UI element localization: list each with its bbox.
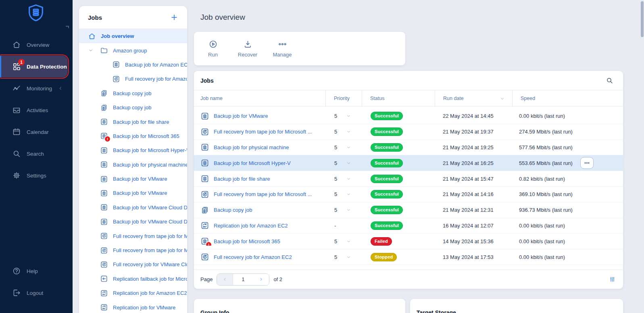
calendar-icon bbox=[12, 127, 21, 136]
sidebar-item[interactable]: Overview bbox=[0, 34, 73, 56]
priority-dropdown-chevron[interactable] bbox=[346, 239, 351, 244]
column-header-run-date[interactable]: Run date bbox=[435, 90, 512, 106]
sidebar-item[interactable]: Search bbox=[0, 143, 73, 165]
sidebar-item[interactable]: Help bbox=[0, 260, 73, 282]
column-settings-icon[interactable] bbox=[609, 276, 616, 283]
tree-item[interactable]: Full recovery from tape job for Microsof… bbox=[79, 243, 187, 257]
tree-item-label: Backup copy job bbox=[113, 104, 151, 111]
job-name-link[interactable]: Backup job for Microsoft 365 bbox=[214, 238, 280, 244]
tree-item[interactable]: Backup job for VMware bbox=[79, 186, 187, 200]
page-number[interactable]: 1 bbox=[233, 274, 253, 285]
job-name-link[interactable]: Replication job for Amazon EC2 bbox=[214, 223, 288, 229]
toolbar-button[interactable]: Recover bbox=[230, 35, 265, 63]
prev-page-button[interactable] bbox=[217, 274, 233, 285]
job-name-link[interactable]: Backup copy job bbox=[214, 207, 252, 213]
sidebar-item[interactable]: Calendar bbox=[0, 121, 73, 143]
tree-item[interactable]: Backup job for VMware Cloud Director bbox=[79, 215, 187, 229]
column-header-job-name[interactable]: Job name bbox=[194, 90, 325, 106]
tree-item[interactable]: Full recovery job for VMware Cloud Direc… bbox=[79, 257, 187, 271]
sidebar-item[interactable]: Activities bbox=[0, 99, 73, 121]
job-name-link[interactable]: Backup job for file share bbox=[214, 176, 270, 182]
status-badge: Failed bbox=[371, 237, 392, 246]
tree-item-label: Backup job for VMware Cloud Director bbox=[113, 204, 187, 211]
toolbar-button[interactable]: Run bbox=[196, 35, 230, 63]
scrollbar-thumb[interactable] bbox=[641, 1, 644, 37]
sidebar-item[interactable]: Logout bbox=[0, 282, 73, 304]
table-row[interactable]: Backup job for Microsoft Hyper-V 5 Succe… bbox=[194, 155, 623, 171]
toolbar-button-label: Manage bbox=[273, 52, 292, 58]
tree-item[interactable]: Backup copy job bbox=[79, 100, 187, 115]
collapse-chevron-icon[interactable] bbox=[58, 86, 63, 91]
recovery-icon bbox=[200, 127, 209, 136]
priority-dropdown-chevron[interactable] bbox=[346, 161, 351, 166]
table-row[interactable]: Backup job for physical machine 5 Succes… bbox=[194, 140, 623, 156]
table-row[interactable]: Full recovery from tape job for Microsof… bbox=[194, 187, 623, 202]
tree-item[interactable]: Full recovery from tape job for Microsof… bbox=[79, 229, 187, 243]
tree-item[interactable]: ! Backup job for Microsoft 365 bbox=[79, 129, 187, 143]
priority-value: - bbox=[334, 223, 336, 229]
tree-item[interactable]: Backup job for VMware bbox=[79, 172, 187, 186]
backup-icon bbox=[200, 159, 209, 167]
tree-item[interactable]: Backup job for Microsoft Hyper-V bbox=[79, 143, 187, 157]
table-row[interactable]: Replication job for Amazon EC2 - Success… bbox=[194, 218, 623, 234]
target-storage-card: Target Storage bbox=[410, 299, 623, 313]
toolbar-button-label: Recover bbox=[238, 52, 257, 58]
tree-item[interactable]: Backup job for Amazon EC2 bbox=[79, 58, 187, 72]
tree-item[interactable]: Backup copy job bbox=[79, 86, 187, 100]
sort-chevron-icon[interactable] bbox=[500, 96, 505, 101]
table-row[interactable]: Backup job for VMware 5 Successful 22 Ma… bbox=[194, 109, 623, 124]
tree-item[interactable]: Replication job for Amazon EC2 bbox=[79, 286, 187, 300]
priority-dropdown-chevron[interactable] bbox=[346, 192, 351, 197]
priority-dropdown-chevron[interactable] bbox=[346, 207, 351, 213]
add-job-button[interactable] bbox=[170, 13, 178, 21]
sidebar-item-label: Data Protection bbox=[27, 64, 67, 70]
table-row[interactable]: Full recovery job for Amazon EC2 5 Stopp… bbox=[194, 249, 623, 265]
tree-item[interactable]: Replication job for VMware bbox=[79, 300, 187, 313]
tree-item[interactable]: Job overview bbox=[79, 29, 187, 43]
column-header-status[interactable]: Status bbox=[362, 90, 435, 106]
tree-item[interactable]: Full recovery job for Amazon EC2 bbox=[79, 72, 187, 86]
table-column-headers: Job name Priority Status Run date Speed bbox=[194, 90, 623, 106]
expand-chevron-icon[interactable] bbox=[88, 48, 94, 53]
status-badge: Successful bbox=[371, 221, 403, 230]
priority-dropdown-chevron[interactable] bbox=[346, 113, 351, 119]
table-row[interactable]: Backup copy job 5 Successful 21 May 2024… bbox=[194, 202, 623, 218]
backup-icon bbox=[100, 118, 108, 126]
job-name-link[interactable]: Backup job for Microsoft Hyper-V bbox=[214, 160, 291, 166]
replication-icon bbox=[100, 289, 108, 297]
sidebar-item[interactable]: Settings bbox=[0, 165, 73, 186]
job-name-link[interactable]: Full recovery from tape job for Microsof… bbox=[214, 191, 312, 197]
tree-item[interactable]: Backup job for physical machine bbox=[79, 158, 187, 172]
table-row[interactable]: Backup job for file share 5 Successful 2… bbox=[194, 171, 623, 187]
gear-icon bbox=[12, 171, 21, 180]
column-header-priority[interactable]: Priority bbox=[325, 90, 362, 106]
job-name-link[interactable]: Full recovery from tape job for Microsof… bbox=[214, 129, 312, 135]
column-header-speed[interactable]: Speed bbox=[512, 90, 623, 106]
priority-dropdown-chevron[interactable] bbox=[346, 145, 351, 150]
table-row[interactable]: Full recovery from tape job for Microsof… bbox=[194, 124, 623, 140]
priority-dropdown-chevron[interactable] bbox=[346, 255, 351, 260]
recovery-icon bbox=[100, 261, 108, 269]
priority-dropdown-chevron[interactable] bbox=[346, 129, 351, 134]
sidebar-footer-nav: Help Logout bbox=[0, 260, 73, 304]
next-page-button[interactable] bbox=[253, 274, 269, 285]
row-actions-button[interactable] bbox=[580, 157, 594, 169]
priority-value: 5 bbox=[334, 238, 337, 244]
tree-item[interactable]: Amazon group bbox=[79, 43, 187, 57]
job-name-link[interactable]: Backup job for VMware bbox=[214, 113, 268, 119]
sidebar-item[interactable]: 1 Data Protection bbox=[0, 56, 68, 77]
table-row[interactable]: !Backup job for Microsoft 365 5 Failed 1… bbox=[194, 234, 623, 249]
toolbar-button[interactable]: Manage bbox=[265, 35, 300, 63]
tree-item[interactable]: Backup job for file share bbox=[79, 115, 187, 129]
job-name-link[interactable]: Backup job for physical machine bbox=[214, 144, 289, 150]
tree-item[interactable]: Replication failback job for Microsoft H… bbox=[79, 272, 187, 286]
speed: 0.00 kbit/s (last run) bbox=[512, 254, 623, 260]
sidebar-item[interactable]: Monitoring bbox=[0, 77, 73, 99]
priority-value: 5 bbox=[334, 254, 337, 260]
search-icon[interactable] bbox=[606, 77, 613, 84]
job-name-link[interactable]: Full recovery job for Amazon EC2 bbox=[214, 254, 292, 260]
tree-item-label: Backup job for Microsoft Hyper-V bbox=[113, 147, 187, 153]
priority-dropdown-chevron[interactable] bbox=[346, 176, 351, 182]
tree-item[interactable]: Backup job for VMware Cloud Director bbox=[79, 200, 187, 215]
sidebar-item-label: Help bbox=[27, 268, 38, 274]
